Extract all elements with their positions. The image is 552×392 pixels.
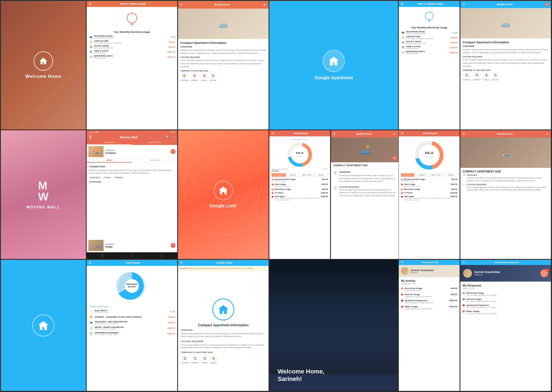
compare-circle[interactable]: 🏠 [182,355,188,361]
compare-size-item[interactable]: 🏠 SINGLE [201,355,208,364]
compare-size-item[interactable]: 🏠 STORAGE [181,355,189,364]
back-btn[interactable]: ◁ [101,254,103,258]
menu-icon-blue[interactable]: ☰ [401,2,403,5]
compare-circle[interactable]: 🏠 [483,72,490,78]
compare-size-item[interactable]: 🏠 COMPACT [473,72,481,81]
google-apartment-panel: Google Apartment [269,1,398,129]
compare-circle[interactable]: 🏠 [210,355,217,361]
utilities-label-2: UTILITIES REQUIRED [463,56,549,58]
home-btn[interactable]: ○ [131,254,133,258]
menu-icon-8[interactable]: ☰ [180,261,182,264]
status-bar: ▲▲▲ WiFi 12:30 [87,130,177,134]
usage-item: 🔌 OUTLET USAGE Same as previous month +$… [89,45,175,49]
compare-size-item[interactable]: 🏠 DELUXE [210,355,217,364]
compact-apt-header: ☰ Modify Room ★ [331,130,399,137]
rent-dot [401,189,403,190]
room-thumbnail-2: 🛏️ [88,240,104,251]
search-icon[interactable]: 🔍 [166,135,170,139]
usage-item: 💡 LIGHTS IN UNIT Less usage resulting in… [401,36,457,39]
compare-circle[interactable]: 🏠 [474,72,480,78]
tab-electricity[interactable]: ELECTRICITY [401,173,414,177]
request-more-icon[interactable]: ··· [546,298,549,301]
compare-circle[interactable]: 🏠 [191,72,198,79]
compare-circle[interactable]: 🏠 [492,72,499,78]
more-icon[interactable]: ⋮ [172,135,175,139]
rent-dot [401,184,403,186]
reviews-tab[interactable]: REVIEWS [132,158,177,163]
compare-circle[interactable]: 🏠 [181,72,188,79]
request-dot [463,310,465,312]
add-room-btn-2[interactable]: + [171,243,176,248]
profile-menu-icon[interactable]: ☰ [401,261,403,264]
compare-size-item[interactable]: 🏠 COMPACT [190,72,199,81]
oct-adjustment-item: 📶 INTERNET - UPGRADED TO HIGH SPEED SERV… [89,315,175,319]
compare-label-1: COMPARE TO ANOTHER SIZE: [180,70,266,72]
compare-size-item[interactable]: 🏠 SINGLE [483,72,490,81]
recent-btn[interactable]: □ [161,254,163,258]
tab-other[interactable]: OTHER [444,173,457,177]
menu-icon-4[interactable]: ☰ [333,133,335,135]
rent-report-panel: ☰ Rent Report THIS MONTH'S RENT $36.15 t… [269,130,330,259]
compact-title-1: Compact Apartment Information [180,41,266,44]
menu-icon-coral[interactable]: ☰ [272,132,274,135]
compare-size-item[interactable]: 🏠 DELUXE [492,72,499,81]
compare-size-item[interactable]: 🏠 DELUXE [210,72,216,81]
oct-item-icon: 🏠 [89,331,93,336]
rent-cat-tab-water[interactable]: WATER [286,173,300,177]
welcome-sarineh-text: Welcome Home, Sarineh! [278,368,325,383]
tab-rent-cost[interactable]: RENT COST [430,173,443,177]
rent-report-blue-title: Rent Report [423,132,437,135]
request-more-icon[interactable]: ··· [546,310,549,313]
compare-size-item[interactable]: 🏠 COMPACT [191,355,199,364]
about-tab[interactable]: ABOUT [87,158,132,163]
compare-circle[interactable]: 🏠 [201,355,208,361]
rent-cat-tab-other[interactable]: OTHER [314,173,328,177]
svg-text:this month: this month [425,156,433,158]
rent-cat-tab-electricity[interactable]: ELECTRICITY [272,173,286,177]
menu-icon-3[interactable]: ☰ [463,3,465,6]
mw-list-item-2: 🛏️ Kowloon Single + [87,239,177,252]
prev-month-btn[interactable]: ‹ October Adjustments [89,306,108,308]
activity-item: Electricity Usage Same as last month $43… [401,287,457,292]
menu-icon[interactable]: ☰ [89,2,91,5]
usage-icon-el: 🍳 [89,50,93,54]
rent-dot [401,192,403,194]
add-room-btn-1[interactable]: + [171,149,176,154]
electricity-title-blue: Your Monthly Electricity Usage [401,26,457,29]
close-btn-4[interactable]: ★ [545,132,549,136]
close-btn-3[interactable]: ★ [392,132,396,136]
close-btn-1[interactable]: ★ [262,2,266,7]
close-mini-btn[interactable]: × [546,268,549,272]
compare-circle[interactable]: 🏠 [210,72,216,79]
menu-icon-5[interactable]: ☰ [401,132,403,135]
compare-circle[interactable]: 🏠 [192,355,198,361]
menu-icon-7[interactable]: ☰ [89,261,91,264]
tab-water[interactable]: WATER [415,173,429,177]
menu-icon-6[interactable]: ☰ [463,133,465,135]
utilities-text-3: In the compact apartment there is not en… [339,189,396,197]
adjust-room-tab[interactable]: Adjust Room [87,140,132,145]
compare-circle[interactable]: 🏠 [201,72,208,79]
oct-adjustment-item: ⚡ ELECTRICITY No adjustments yet +/- $0 [89,309,175,314]
rent-category-tabs[interactable]: ELECTRICITYWATERRENT COSTOTHER [272,173,328,177]
compare-size-item[interactable]: 🏠 SINGLE [201,72,208,81]
compare-size-item[interactable]: 🏠 STORAGE [463,72,471,81]
next-month-btn[interactable]: › [174,306,175,308]
requests-user-header: Sarineh Issacholian Waitress ≡ × [460,265,551,282]
utilities-label-3: UTILITIES REQUIRED [339,186,396,188]
compact-desc: Kowloon encompasses the northern part of… [89,169,175,174]
request-more-icon[interactable]: ··· [546,304,549,307]
request-more-icon[interactable]: ··· [546,292,549,295]
mw-menu-icon[interactable]: ☰ [89,135,92,139]
request-item: Internet Usage Your bill will vary based… [463,298,549,302]
adjust-facilities-tab[interactable]: Adjust Facilities [132,140,177,145]
expand-btn[interactable]: ≡ × [540,269,548,277]
rent-cat-tab-rent-cost[interactable]: RENT COST [300,173,314,177]
compact-title-2: Compact Apartment Information [463,41,549,44]
compare-size-item[interactable]: 🏠 STORAGE [180,72,188,81]
personal-profile-header: ☰ Personal Profile [399,260,460,265]
menu-icon-2[interactable]: ☰ [180,3,182,6]
compare-circle[interactable]: 🏠 [463,72,470,78]
requests-menu-icon[interactable]: ☰ [463,261,465,264]
close-btn-2[interactable]: ★ [545,2,549,6]
